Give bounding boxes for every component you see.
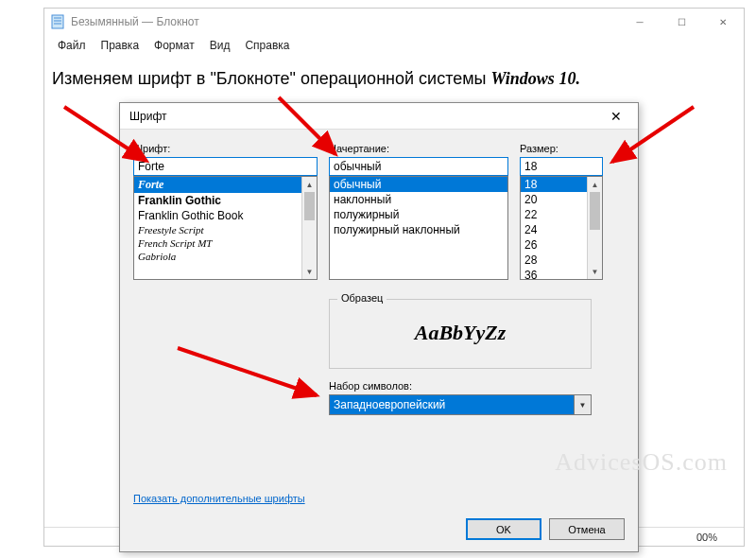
style-item-italic[interactable]: наклонный [330,192,507,207]
dialog-buttons: OK Отмена [466,518,625,540]
scroll-thumb[interactable] [304,192,315,220]
charset-group: Набор символов: Западноевропейский ▼ [329,380,592,415]
font-column: Шрифт: Forte Franklin Gothic Franklin Go… [133,143,318,280]
notepad-icon [50,14,65,29]
svg-rect-0 [52,15,63,28]
scroll-thumb[interactable] [590,192,600,230]
charset-combobox[interactable]: Западноевропейский ▼ [329,394,592,415]
sample-group: Образец AaBbYyZz [329,299,592,369]
font-dialog: Шрифт ✕ Шрифт: Forte Franklin Gothic Fra… [119,102,639,552]
font-scrollbar[interactable]: ▲ ▼ [301,177,317,279]
style-item-bolditalic[interactable]: полужирный наклонный [330,222,507,237]
menu-help[interactable]: Справка [239,37,295,54]
dialog-close-button[interactable]: ✕ [600,109,632,124]
font-listbox[interactable]: Forte Franklin Gothic Franklin Gothic Bo… [133,176,318,280]
size-label: Размер: [520,143,603,154]
content-bold: Windows 10. [491,69,580,88]
font-item-freestyle[interactable]: Freestyle Script [134,223,317,236]
size-listbox[interactable]: 18 20 22 24 26 28 36 ▲ ▼ [520,176,603,280]
charset-label: Набор символов: [329,380,592,392]
maximize-button[interactable]: ☐ [661,9,702,35]
size-input[interactable] [520,157,603,176]
cancel-button[interactable]: Отмена [549,518,625,540]
scroll-up-icon[interactable]: ▲ [302,177,317,192]
font-item-franklinbook[interactable]: Franklin Gothic Book [134,208,317,223]
content-text: Изменяем шрифт в "Блокноте" операционной… [52,69,491,88]
window-buttons: ─ ☐ ✕ [619,9,744,35]
font-item-gabriola[interactable]: Gabriola [134,250,317,263]
more-fonts-link[interactable]: Показать дополнительные шрифты [133,493,305,504]
font-input[interactable] [133,157,318,176]
dialog-titlebar[interactable]: Шрифт ✕ [120,103,638,130]
style-column: Начертание: обычный наклонный полужирный… [329,143,508,280]
size-column: Размер: 18 20 22 24 26 28 36 ▲ [520,143,603,280]
sample-label: Образец [337,292,387,304]
menubar: Файл Правка Формат Вид Справка [44,35,744,56]
menu-format[interactable]: Формат [148,37,200,54]
style-label: Начертание: [329,143,508,154]
style-item-bold[interactable]: полужирный [330,207,507,222]
font-item-franklin[interactable]: Franklin Gothic [134,193,317,208]
zoom-level: 00% [696,532,717,543]
charset-value: Западноевропейский [330,398,574,411]
scroll-up-icon[interactable]: ▲ [588,177,602,192]
menu-file[interactable]: Файл [52,37,92,54]
style-listbox[interactable]: обычный наклонный полужирный полужирный … [329,176,508,280]
dialog-body: Шрифт: Forte Franklin Gothic Franklin Go… [120,130,638,423]
style-input[interactable] [329,157,508,176]
size-scrollbar[interactable]: ▲ ▼ [587,177,602,279]
menu-view[interactable]: Вид [204,37,236,54]
notepad-title: Безымянный — Блокнот [71,15,619,28]
style-item-regular[interactable]: обычный [330,177,507,192]
font-label: Шрифт: [133,143,318,154]
minimize-button[interactable]: ─ [619,9,661,35]
menu-edit[interactable]: Правка [95,37,146,54]
scroll-down-icon[interactable]: ▼ [588,264,602,279]
font-item-french[interactable]: French Script MT [134,236,317,250]
editor-content[interactable]: Изменяем шрифт в "Блокноте" операционной… [44,56,744,102]
scroll-down-icon[interactable]: ▼ [302,264,317,279]
close-button[interactable]: ✕ [702,9,744,35]
chevron-down-icon[interactable]: ▼ [574,395,591,414]
notepad-titlebar: Безымянный — Блокнот ─ ☐ ✕ [44,9,744,35]
dialog-title: Шрифт [129,110,600,123]
sample-text: AaBbYyZz [330,300,591,345]
ok-button[interactable]: OK [466,518,541,540]
font-item-forte[interactable]: Forte [134,177,317,193]
